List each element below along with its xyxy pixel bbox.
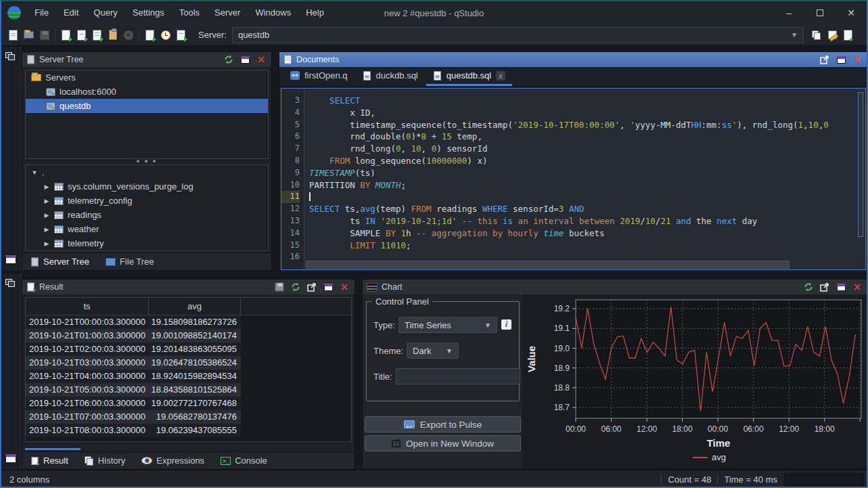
tree-collapsed-icon[interactable]: ▶: [43, 240, 50, 247]
maximize-panel-button[interactable]: [322, 282, 334, 292]
dock-window-icon[interactable]: [5, 454, 16, 463]
run-line-button[interactable]: [74, 27, 89, 43]
maximize-button[interactable]: [804, 1, 836, 24]
menu-edit[interactable]: Edit: [56, 1, 86, 24]
tree-item-questdb-selected[interactable]: questdb: [26, 99, 268, 113]
server-combobox[interactable]: questdb ▼: [232, 27, 804, 43]
table-row[interactable]: 2019-10-21T00:00:03.30000019.15809818627…: [26, 315, 351, 329]
tab-duckdb-sql[interactable]: duckdb.sql: [356, 67, 425, 86]
copy-result-button[interactable]: [105, 27, 120, 43]
popout-panel-button[interactable]: [819, 54, 831, 65]
code-line[interactable]: SELECT: [309, 95, 865, 107]
code-line[interactable]: rnd_long(0, 10, 0) sensorId: [309, 143, 865, 155]
tree-item-table[interactable]: ▶weather: [26, 222, 268, 236]
column-header-avg[interactable]: avg: [149, 298, 241, 315]
tree-item-localhost[interactable]: localhost:6000: [26, 85, 268, 99]
code-line[interactable]: [309, 191, 865, 203]
tab-expressions[interactable]: Expressions: [133, 452, 212, 469]
tree-collapsed-icon[interactable]: ▶: [43, 198, 50, 204]
tree-item-servers[interactable]: Servers: [26, 70, 268, 85]
menu-query[interactable]: Query: [86, 1, 124, 24]
tab-questdb-sql[interactable]: questdb.sql x: [426, 67, 512, 86]
tab-console[interactable]: >_ Console: [212, 452, 275, 469]
export-result-button[interactable]: [273, 282, 285, 292]
info-icon[interactable]: i: [501, 319, 511, 330]
splitter-handle[interactable]: ● ● ●: [22, 159, 271, 164]
table-row[interactable]: 2019-10-21T06:00:03.30000019.00277217076…: [26, 397, 351, 410]
refresh-icon[interactable]: [802, 282, 815, 292]
close-panel-button[interactable]: ×: [851, 54, 863, 65]
open-file-button[interactable]: [21, 27, 37, 43]
dock-window-icon[interactable]: [5, 255, 16, 264]
menu-file[interactable]: File: [27, 1, 56, 24]
popout-panel-button[interactable]: [306, 282, 318, 292]
stacked-windows-icon[interactable]: [5, 52, 16, 62]
save-button[interactable]: [37, 27, 52, 43]
copy-server-button[interactable]: [809, 27, 825, 43]
tree-item-table[interactable]: ▶telemetry: [26, 236, 268, 250]
theme-combobox[interactable]: Dark ▼: [407, 342, 459, 359]
code-line[interactable]: LIMIT 11010;: [309, 240, 865, 252]
editor-horizontal-scrollbar[interactable]: [306, 261, 856, 269]
code-line[interactable]: ts IN '2019-10-21;1d' -- this is an inte…: [309, 215, 865, 227]
close-panel-button[interactable]: ×: [851, 282, 863, 292]
close-panel-button[interactable]: ×: [255, 54, 267, 65]
table-row[interactable]: 2019-10-21T02:00:03.30000019.20148386305…: [26, 342, 351, 356]
schedule-query-button[interactable]: [158, 27, 173, 43]
column-header-ts[interactable]: ts: [26, 298, 149, 315]
menu-tools[interactable]: Tools: [172, 1, 207, 24]
code-line[interactable]: SELECT ts,avg(temp) FROM readings WHERE …: [309, 203, 865, 215]
maximize-panel-button[interactable]: [835, 54, 847, 65]
code-line[interactable]: FROM long_sequence(10000000) x): [309, 155, 865, 167]
run-query-button[interactable]: [58, 27, 74, 43]
table-row[interactable]: 2019-10-21T03:00:03.30000019.02647810538…: [26, 356, 351, 370]
table-row[interactable]: 2019-10-21T05:00:03.30000018.84358810152…: [26, 383, 351, 397]
tree-item-table[interactable]: ▶readings: [26, 208, 268, 222]
tree-collapsed-icon[interactable]: ▶: [43, 226, 50, 233]
maximize-panel-button[interactable]: [835, 282, 847, 292]
editor-vertical-scrollbar[interactable]: [856, 89, 865, 260]
menu-server[interactable]: Server: [207, 1, 248, 24]
popout-panel-button[interactable]: [819, 282, 831, 292]
maximize-panel-button[interactable]: [239, 54, 251, 65]
tab-server-tree[interactable]: Server Tree: [22, 253, 97, 270]
tree-item-table[interactable]: ▶telemetry_config: [26, 194, 268, 208]
send-query-button[interactable]: [142, 27, 158, 43]
tree-item-table[interactable]: ▶sys.column_versions_purge_log: [26, 179, 268, 194]
code-line[interactable]: x ID,: [309, 107, 865, 119]
horizontal-scrollbar-thumb[interactable]: [25, 448, 81, 450]
code-line[interactable]: SAMPLE BY 1h -- aggregation by hourly ti…: [309, 227, 865, 240]
open-in-new-window-button[interactable]: Open in New Window: [365, 435, 521, 451]
result-table-header[interactable]: ts avg: [26, 298, 351, 315]
close-panel-button[interactable]: ×: [338, 282, 350, 292]
close-tab-button[interactable]: x: [496, 71, 505, 81]
tab-firstopen-q[interactable]: «» firstOpen.q: [283, 67, 355, 86]
refresh-icon[interactable]: [223, 54, 235, 65]
code-line[interactable]: rnd_double(0)*8 + 15 temp,: [309, 131, 865, 143]
tab-history[interactable]: History: [76, 452, 133, 469]
add-server-button[interactable]: +: [840, 27, 856, 43]
new-file-button[interactable]: [5, 27, 21, 43]
tree-item-root-dot[interactable]: ▼ .: [26, 165, 268, 179]
code-line[interactable]: PARTITION BY MONTH;: [309, 179, 865, 192]
result-table[interactable]: ts avg 2019-10-21T00:00:03.30000019.1580…: [25, 297, 352, 442]
code-line[interactable]: TIMESTAMP(ts): [309, 167, 865, 179]
scrollbar-thumb[interactable]: [306, 261, 790, 269]
stacked-windows-icon[interactable]: [5, 279, 16, 288]
run-selection-button[interactable]: [89, 27, 105, 43]
chart-type-combobox[interactable]: Time Series ▼: [398, 317, 497, 333]
export-to-pulse-button[interactable]: Export to Pulse: [365, 416, 521, 432]
tree-expanded-icon[interactable]: ▼: [31, 169, 38, 176]
table-row[interactable]: 2019-10-21T01:00:03.30000019.00109885214…: [26, 329, 351, 342]
menu-windows[interactable]: Windows: [248, 1, 298, 24]
run-script-button[interactable]: [173, 27, 189, 43]
table-row[interactable]: 2019-10-21T07:00:03.30000019.05682780137…: [26, 410, 351, 424]
tab-result[interactable]: Result: [22, 452, 76, 469]
tab-file-tree[interactable]: File Tree: [97, 253, 162, 270]
chart-title-input[interactable]: [396, 368, 520, 384]
code-editor[interactable]: 345678910111213141516 SELECT x ID, times…: [281, 88, 866, 270]
editor-code[interactable]: SELECT x ID, timestamp_sequence(to_times…: [304, 89, 865, 269]
close-button[interactable]: ✕: [836, 1, 867, 24]
menu-help[interactable]: Help: [298, 1, 332, 24]
table-row[interactable]: 2019-10-21T04:00:03.30000018.92401598289…: [26, 370, 351, 383]
